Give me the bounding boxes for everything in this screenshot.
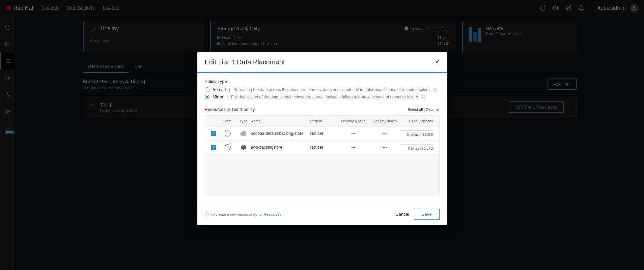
mirror-label: Mirror <box>213 95 223 99</box>
clear-all-link[interactable]: Clear all <box>426 108 439 112</box>
col-type: Type <box>236 119 251 123</box>
help-icon[interactable]: ? <box>421 95 425 99</box>
checkbox[interactable] <box>211 131 216 136</box>
row-name: noobaa-default-backing-store <box>251 131 310 136</box>
spread-label: Spread <box>213 87 226 92</box>
row-region: Not set <box>310 131 337 136</box>
row-hd: --- <box>370 145 400 150</box>
checkbox[interactable] <box>211 145 216 150</box>
check-circle-icon: ✓ <box>225 130 231 137</box>
col-hn: Healthy Nodes <box>337 119 370 123</box>
radio-spread[interactable] <box>205 87 209 92</box>
row-region: Not set <box>310 145 337 150</box>
check-circle-icon: ✓ <box>225 144 231 150</box>
policy-type-label: Policy Type <box>205 79 440 84</box>
select-all-link[interactable]: Select all <box>408 108 423 112</box>
row-hn: --- <box>337 145 370 150</box>
cancel-button[interactable]: Cancel <box>395 212 409 217</box>
save-button[interactable]: Save <box>414 209 440 220</box>
foot-note: i To create a new resource go to Resourc… <box>205 212 282 216</box>
cube-icon <box>241 144 247 150</box>
table-header: State Type Name Region Healthy Nodes Hea… <box>205 116 439 126</box>
row-hn: --- <box>337 131 370 136</box>
spread-desc: Spreading the data across the chosen res… <box>233 87 430 92</box>
close-icon[interactable]: × <box>435 58 440 66</box>
row-hd: --- <box>370 131 400 136</box>
row-cap: 0 bytes of 111GB <box>407 133 433 137</box>
policy-mirror-row[interactable]: Mirror | Full duplication of the data in… <box>205 95 440 99</box>
col-state: State <box>219 119 236 123</box>
policy-spread-row[interactable]: Spread | Spreading the data across the c… <box>205 87 440 92</box>
table-row[interactable]: ✓ aws-backingstore Not set --- --- 0 byt… <box>205 140 439 154</box>
col-region: Region <box>310 119 337 123</box>
col-hd: Healthy Drives <box>370 119 400 123</box>
resources-title: Resources in Tier 1 policy <box>205 107 255 112</box>
row-name: aws-backingstore <box>251 145 310 150</box>
modal-title: Edit Tier 1 Data Placement <box>205 58 285 66</box>
help-icon[interactable]: ? <box>433 88 437 92</box>
resources-table: State Type Name Region Healthy Nodes Hea… <box>205 115 440 195</box>
table-row[interactable]: ✓ noobaa-default-backing-store Not set -… <box>205 126 439 140</box>
radio-mirror[interactable] <box>205 95 209 99</box>
cloud-icon <box>240 131 247 136</box>
row-cap: 0 bytes of 1.0PB <box>408 147 433 150</box>
resources-link[interactable]: Resources <box>264 212 282 216</box>
mirror-desc: Full duplication of the data in each cho… <box>231 95 418 99</box>
edit-tier-modal: Edit Tier 1 Data Placement × Policy Type… <box>197 52 447 225</box>
info-icon: i <box>205 212 209 216</box>
col-cap: Used Capacity <box>400 119 437 123</box>
col-name: Name <box>251 119 310 123</box>
table-empty-space <box>205 154 439 194</box>
